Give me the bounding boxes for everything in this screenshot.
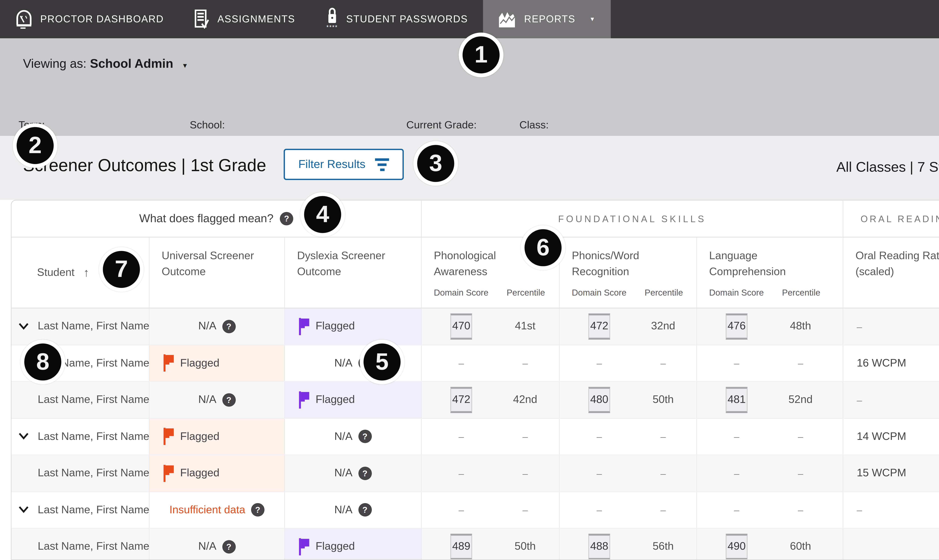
score-cell: –– [697, 418, 843, 455]
class-student-summary: All Classes | 7 Students [836, 159, 939, 175]
percentile-value: 32nd [651, 320, 675, 333]
help-icon[interactable]: ? [358, 430, 372, 443]
domain-score-empty: – [459, 358, 464, 369]
percentile-empty: – [798, 431, 803, 442]
help-icon[interactable]: ? [222, 393, 236, 406]
column-header-universal: Universal Screener Outcome [150, 238, 285, 308]
domain-score-value: 472 [588, 313, 610, 339]
percentile-label: Percentile [645, 287, 683, 300]
nav-label: REPORTS [524, 13, 575, 25]
chevron-down-icon[interactable] [19, 433, 29, 440]
score-cell: 48050th [560, 382, 697, 418]
nav-item-assignments[interactable]: ASSIGNMENTS [179, 0, 311, 38]
foundational-skills-header: FOUNDATIONAL SKILLS [422, 200, 843, 237]
flagged-help-header: What does flagged mean? ? [11, 200, 422, 237]
oral-reading-rate-cell: 15 WCPM [843, 455, 939, 491]
oral-reading-rate-cell: – [843, 382, 939, 418]
oral-reading-rate-cell: 16 WCPM [843, 345, 939, 381]
oral-rate-value: 16 WCPM [857, 357, 906, 369]
column-header-phonics: Phonics/Word Recognition Domain ScorePer… [560, 238, 697, 308]
table-body: Last Name, First NameN/A? Flagged47041st… [11, 308, 939, 560]
oral-reading-rate-cell [843, 529, 939, 560]
student-name[interactable]: Last Name, First Name [38, 467, 150, 480]
outcome-label: Flagged [180, 467, 219, 480]
domain-score-value: 490 [726, 534, 748, 560]
outcome-na: N/A? [150, 382, 285, 418]
chevron-down-icon: ▼ [182, 62, 188, 69]
help-icon[interactable]: ? [222, 540, 236, 553]
domain-score-empty: – [734, 431, 739, 442]
outcome-na: N/A? [150, 529, 285, 560]
oral-rate-empty: – [857, 321, 862, 332]
domain-score-value: 472 [450, 387, 472, 413]
outcome-label: N/A [334, 467, 352, 480]
flag-icon [298, 391, 310, 409]
nav-label: STUDENT PASSWORDS [346, 13, 468, 25]
sort-ascending-icon[interactable]: ↑ [83, 264, 89, 281]
score-cell: –– [560, 345, 697, 381]
dyslexia-column-label: Dyslexia Screener Outcome [297, 248, 416, 280]
help-icon[interactable]: ? [222, 320, 236, 333]
annotation-badge-1: 1 [459, 32, 504, 77]
outcome-na: N/A? [285, 418, 422, 455]
school-label: School: [190, 119, 394, 131]
score-cell: –– [422, 418, 560, 455]
student-name[interactable]: Last Name, First Name [38, 393, 150, 406]
outcome-label: N/A [198, 393, 216, 406]
outcome-label: Insufficient data [170, 503, 245, 516]
class-label: Class: [520, 119, 666, 131]
viewing-as-label: Viewing as: [23, 56, 86, 70]
help-icon[interactable]: ? [358, 503, 372, 517]
score-cell: 48856th [560, 529, 697, 560]
percentile-empty: – [523, 468, 528, 479]
domain-score-empty: – [597, 358, 602, 369]
annotation-badge-8: 8 [20, 340, 65, 385]
student-name[interactable]: Last Name, First Name [38, 430, 150, 443]
annotation-badge-7: 7 [99, 247, 144, 292]
domain-score-label: Domain Score [709, 287, 782, 300]
outcome-flagged-red: Flagged [150, 455, 285, 491]
outcome-label: Flagged [180, 357, 219, 369]
table-row: Last Name, First Name FlaggedN/A?––––––1… [11, 455, 939, 492]
percentile-empty: – [523, 358, 528, 369]
nav-item-proctor-dashboard[interactable]: PROCTOR DASHBOARD [0, 0, 179, 38]
nav-item-student-passwords[interactable]: **** STUDENT PASSWORDS [310, 0, 483, 38]
help-icon[interactable]: ? [251, 503, 264, 517]
chevron-down-icon[interactable] [19, 323, 29, 330]
percentile-value: 60th [790, 540, 811, 553]
filter-results-button[interactable]: Filter Results [284, 149, 404, 180]
student-cell: Last Name, First Name [11, 455, 150, 491]
flag-icon [162, 354, 174, 372]
help-icon[interactable]: ? [358, 466, 372, 480]
percentile-empty: – [798, 358, 803, 369]
outcome-label: N/A [334, 357, 352, 369]
column-header-dyslexia: Dyslexia Screener Outcome [285, 238, 422, 308]
percentile-empty: – [660, 468, 666, 479]
viewing-as[interactable]: Viewing as: School Admin ▼ [23, 56, 188, 71]
domain-score-empty: – [459, 505, 464, 515]
viewing-as-value: School Admin [90, 56, 173, 70]
score-cell: 49060th [697, 529, 843, 560]
screen: PROCTOR DASHBOARD ASSIGNMENTS [0, 0, 939, 560]
student-name[interactable]: Last Name, First Name [38, 320, 150, 333]
score-cell: 47041st [422, 308, 560, 345]
outcome-na: N/A? [150, 308, 285, 345]
student-column-label: Student [37, 265, 74, 280]
student-name[interactable]: Last Name, First Name [38, 503, 150, 516]
chevron-down-icon: ▼ [589, 16, 596, 22]
domain-score-value: 476 [726, 313, 748, 339]
percentile-label: Percentile [782, 287, 820, 300]
help-icon[interactable]: ? [280, 212, 293, 225]
nav-item-reports[interactable]: REPORTS ▼ [483, 0, 611, 38]
percentile-empty: – [798, 505, 803, 515]
outcome-flagged-purple: Flagged [285, 529, 422, 560]
student-name[interactable]: Last Name, First Name [38, 540, 150, 553]
score-cell: 47648th [697, 308, 843, 345]
domain-score-empty: – [734, 468, 739, 479]
language-column-label: Language Comprehension [709, 248, 837, 280]
chevron-down-icon[interactable] [19, 506, 29, 514]
percentile-empty: – [523, 505, 528, 515]
top-nav: PROCTOR DASHBOARD ASSIGNMENTS [0, 0, 939, 38]
column-header-oral-rate: Oral Reading Rate (scaled) [843, 238, 939, 308]
domain-score-value: 488 [588, 534, 610, 560]
